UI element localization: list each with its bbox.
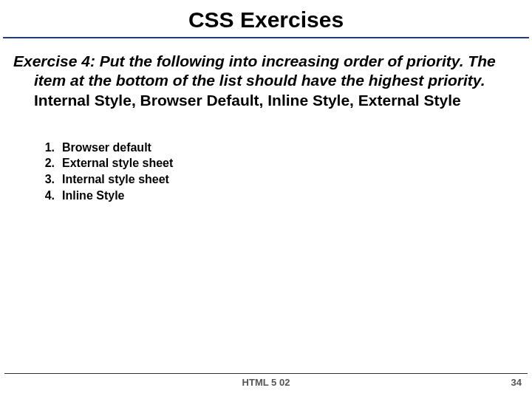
content-area: Exercise 4: Put the following into incre…	[0, 38, 532, 203]
footer: HTML 5 02 34	[0, 373, 532, 390]
answer-list: 1. Browser default 2. External style she…	[13, 140, 519, 203]
list-number: 1.	[43, 140, 55, 156]
list-number: 4.	[43, 188, 55, 204]
page-title: CSS Exercises	[0, 0, 532, 37]
list-text: External style sheet	[62, 155, 173, 171]
prompt-options: Internal Style, Browser Default, Inline …	[13, 91, 519, 110]
list-item: 2. External style sheet	[43, 155, 519, 171]
list-text: Browser default	[62, 140, 151, 156]
list-number: 3.	[43, 171, 55, 188]
footer-label: HTML 5 02	[0, 377, 532, 388]
list-item: 1. Browser default	[43, 140, 519, 156]
list-number: 2.	[43, 155, 55, 171]
exercise-prompt: Exercise 4: Put the following into incre…	[13, 52, 519, 110]
prompt-line-2: item at the bottom of the list should ha…	[13, 71, 519, 90]
prompt-line-1: Exercise 4: Put the following into incre…	[13, 52, 519, 71]
list-item: 3. Internal style sheet	[43, 171, 519, 188]
list-item: 4. Inline Style	[43, 188, 519, 204]
list-text: Inline Style	[62, 188, 124, 204]
page-number: 34	[511, 377, 522, 388]
list-text: Internal style sheet	[62, 171, 169, 188]
footer-divider	[4, 373, 528, 374]
